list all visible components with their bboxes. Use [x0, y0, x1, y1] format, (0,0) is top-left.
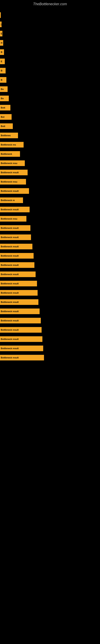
- bar-label: Bot: [1, 116, 4, 118]
- bar-row: Bott: [0, 104, 100, 112]
- bar-row: |: [0, 20, 100, 28]
- bar-row: Bottleneck result: [0, 243, 100, 250]
- bar-label: Bo: [1, 97, 4, 100]
- result-bar: Bottleneck result: [0, 272, 36, 277]
- result-bar: Bot: [0, 114, 12, 120]
- bar-label: Bottleneck result: [1, 301, 19, 303]
- bar-row: H: [0, 39, 100, 47]
- result-bar: Bottleneck result: [0, 244, 32, 249]
- bar-label: Bottleneck result: [1, 227, 19, 229]
- result-bar: |: [0, 22, 1, 27]
- bar-row: Bottleneck result: [0, 224, 100, 232]
- bar-row: Bottleneck result: [0, 344, 100, 352]
- bar-row: Bottleneck: [0, 150, 100, 158]
- bar-label: Bottleneck result: [1, 264, 19, 266]
- bar-label: Bottleneck re: [1, 199, 15, 202]
- bar-label: Bo: [1, 88, 4, 90]
- bar-row: Bottleneck re: [0, 196, 100, 204]
- result-bar: Bottleneck resu: [0, 179, 26, 184]
- bar-label: B: [1, 70, 2, 72]
- bar-row: Bottleneck result: [0, 234, 100, 241]
- bar-row: E: [0, 30, 100, 38]
- bar-row: Bottleneck result: [0, 252, 100, 260]
- bar-label: Bottleneck result: [1, 190, 19, 192]
- bar-row: Bottleneck result: [0, 335, 100, 343]
- result-bar: Bottleneck result: [0, 327, 42, 333]
- bar-label: Bottleneck result: [1, 254, 19, 257]
- result-bar: Bottlenec: [0, 132, 18, 138]
- result-bar: Bottleneck result: [0, 253, 34, 258]
- bar-row: Bottleneck result: [0, 326, 100, 334]
- bar-label: Bottleneck result: [1, 320, 19, 322]
- bar-row: Bottleneck result: [0, 289, 100, 297]
- bar-label: B: [1, 51, 2, 53]
- bar-row: Bottleneck result: [0, 169, 100, 176]
- bar-row: |: [0, 11, 100, 19]
- result-bar: Bottleneck resu: [0, 216, 26, 222]
- bar-label: Bottleneck resu: [1, 218, 17, 220]
- result-bar: Bottleneck result: [0, 355, 44, 360]
- bar-row: Bottleneck result: [0, 298, 100, 306]
- result-bar: Bottleneck result: [0, 207, 30, 212]
- result-bar: Bottleneck result: [0, 281, 37, 286]
- bar-label: Bottlenec: [1, 134, 11, 137]
- bar-row: Bottleneck resu: [0, 178, 100, 186]
- result-bar: Bottleneck result: [0, 336, 42, 342]
- result-bar: Bottleneck: [0, 151, 20, 157]
- bar-label: Bottleneck resu: [1, 180, 17, 183]
- result-bar: B: [0, 49, 4, 55]
- result-bar: Bottleneck result: [0, 234, 31, 240]
- bar-label: Bottleneck result: [1, 171, 19, 174]
- result-bar: Bottleneck result: [0, 318, 41, 324]
- result-bar: B: [0, 68, 6, 74]
- bar-row: Bo: [0, 85, 100, 93]
- result-bar: Bottleneck result: [0, 299, 38, 305]
- bar-row: Bottleneck result: [0, 280, 100, 288]
- bar-row: Bottleneck resu: [0, 215, 100, 222]
- result-bar: B: [0, 77, 6, 83]
- result-bar: Bo: [0, 96, 9, 101]
- bar-label: Bottleneck result: [1, 208, 19, 211]
- bar-label: Bottleneck result: [1, 338, 19, 340]
- bar-label: Bottleneck result: [1, 236, 19, 238]
- result-bar: Bott: [0, 105, 10, 110]
- result-bar: Bottleneck result: [0, 308, 40, 314]
- result-bar: Bottleneck resu: [0, 160, 25, 166]
- bar-label: Bottleneck resu: [1, 162, 17, 164]
- bar-row: Bottleneck result: [0, 270, 100, 278]
- bar-row: Bottleneck result: [0, 354, 100, 362]
- bar-row: Bot: [0, 113, 100, 121]
- result-bar: Bottleneck result: [0, 225, 30, 231]
- bar-label: Bottleneck res: [1, 144, 16, 146]
- bar-row: Bottleneck result: [0, 206, 100, 213]
- bar-label: Bottleneck: [1, 153, 12, 155]
- result-bar: H: [0, 40, 3, 46]
- bar-row: Bottleneck result: [0, 308, 100, 315]
- bar-label: H: [1, 42, 2, 44]
- bar-label: E: [1, 60, 2, 62]
- bar-label: Bott: [1, 106, 5, 109]
- bar-label: |: [1, 23, 1, 26]
- bar-row: Bottleneck resu: [0, 160, 100, 167]
- result-bar: Bottleneck result: [0, 290, 38, 296]
- result-bar: Bottleneck result: [0, 170, 28, 175]
- bar-label: Bottleneck result: [1, 245, 19, 248]
- bar-label: Bottleneck result: [1, 282, 19, 285]
- bar-row: Bottleneck result: [0, 187, 100, 195]
- bar-row: Bottleneck res: [0, 141, 100, 148]
- result-bar: Bottleneck res: [0, 142, 24, 148]
- bar-label: Bottleneck result: [1, 273, 19, 276]
- bar-row: Bo: [0, 94, 100, 102]
- bar-label: Bottleneck result: [1, 292, 19, 294]
- result-bar: Bottleneck result: [0, 188, 29, 194]
- bar-label: B: [1, 79, 2, 81]
- result-bar: |: [0, 12, 1, 18]
- result-bar: Bottleneck result: [0, 262, 34, 268]
- bar-row: Bottleneck result: [0, 261, 100, 269]
- result-bar: Bo: [0, 86, 8, 92]
- bar-row: B: [0, 76, 100, 84]
- bar-label: E: [1, 32, 2, 35]
- site-title: TheBottlenecker.com: [0, 0, 100, 7]
- bar-row: E: [0, 58, 100, 65]
- bar-row: B: [0, 48, 100, 56]
